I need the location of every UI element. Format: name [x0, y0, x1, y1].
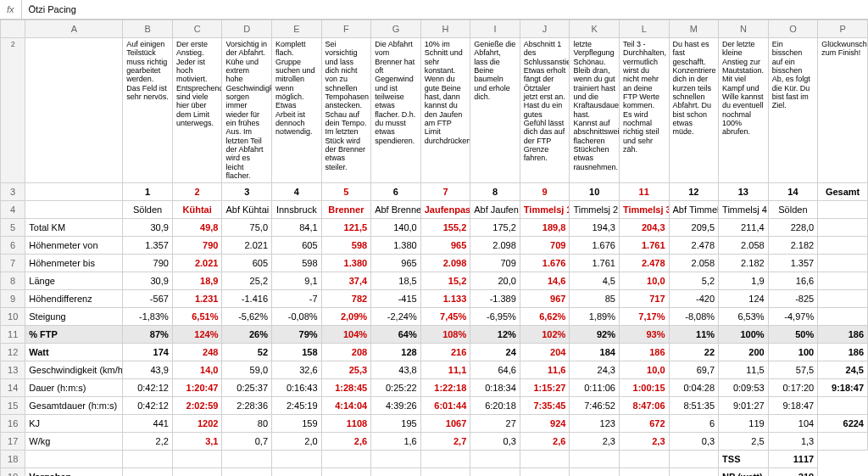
metric-value[interactable]: 140,0	[371, 218, 421, 236]
vorgaben-header[interactable]: Vorgaben	[25, 468, 123, 476]
metric-label[interactable]: Gesamtdauer (h:m:s)	[25, 396, 123, 414]
metric-label[interactable]: Total KM	[25, 218, 123, 236]
segment-number[interactable]: 9	[520, 182, 570, 200]
segment-description[interactable]: Ein bisschen auf ein bisschen Ab, es fol…	[768, 38, 818, 183]
metric-value[interactable]: -2,24%	[371, 307, 421, 325]
metric-value[interactable]: 2,0	[272, 432, 322, 450]
metric-value[interactable]: 598	[272, 254, 322, 272]
metric-value[interactable]: 6,53%	[719, 307, 769, 325]
metric-value[interactable]: 11,6	[520, 361, 570, 378]
cell[interactable]	[619, 468, 669, 476]
cell[interactable]	[570, 450, 620, 468]
col-header[interactable]: P	[818, 20, 868, 38]
metric-value[interactable]: 27	[470, 414, 520, 432]
metric-value[interactable]: 0:16:43	[272, 378, 322, 396]
metric-value[interactable]: 104%	[321, 325, 371, 343]
segment-name[interactable]: Timmelsj 3	[619, 200, 669, 218]
metric-value[interactable]: 7,17%	[619, 307, 669, 325]
metric-value[interactable]: -7	[272, 289, 322, 307]
metric-value[interactable]: 14,0	[172, 361, 222, 378]
metric-value[interactable]: 64,6	[470, 361, 520, 378]
metric-total[interactable]	[818, 432, 868, 450]
col-header[interactable]	[1, 20, 25, 38]
gesamt-header[interactable]: Gesamt	[818, 182, 868, 200]
metric-value[interactable]: 1.676	[570, 236, 620, 254]
col-header[interactable]: N	[719, 20, 769, 38]
metric-value[interactable]: 9:18:47	[768, 396, 818, 414]
row-header[interactable]: 12	[1, 343, 25, 361]
metric-value[interactable]: 92%	[570, 325, 620, 343]
metric-value[interactable]: 208	[321, 343, 371, 361]
metric-total[interactable]: 186	[818, 343, 868, 361]
metric-value[interactable]: 30,9	[123, 272, 173, 289]
segment-name[interactable]: Kühtai	[172, 200, 222, 218]
metric-value[interactable]: 441	[123, 414, 173, 432]
col-header[interactable]: H	[420, 20, 470, 38]
metric-value[interactable]: 2.478	[619, 254, 669, 272]
segment-number[interactable]: 2	[172, 182, 222, 200]
cell[interactable]	[371, 468, 421, 476]
segment-description[interactable]: Sei vorsichtig und lass dich nicht von z…	[321, 38, 371, 183]
metric-value[interactable]: 1,3	[768, 432, 818, 450]
metric-total[interactable]	[818, 254, 868, 272]
metric-value[interactable]: 119	[719, 414, 769, 432]
metric-value[interactable]: 717	[619, 289, 669, 307]
segment-description[interactable]: Vorsichtig in der Abfahrt. Kühe und extr…	[222, 38, 272, 183]
segment-description[interactable]: Du hast es fast geschafft. Konzentriere …	[669, 38, 719, 183]
row-header[interactable]: 7	[1, 254, 25, 272]
metric-value[interactable]: 2.182	[719, 254, 769, 272]
segment-name[interactable]: Timmelsj 2	[570, 200, 620, 218]
metric-value[interactable]: 2,7	[420, 432, 470, 450]
metric-value[interactable]: 5,2	[669, 272, 719, 289]
segment-name[interactable]: Abf Brenner	[371, 200, 421, 218]
metric-value[interactable]: 121,5	[321, 218, 371, 236]
metric-value[interactable]: 965	[420, 236, 470, 254]
metric-value[interactable]: 25,2	[222, 272, 272, 289]
metric-value[interactable]: 124	[719, 289, 769, 307]
metric-value[interactable]: 18,9	[172, 272, 222, 289]
metric-label[interactable]: Dauer (h:m:s)	[25, 378, 123, 396]
metric-value[interactable]: 100%	[719, 325, 769, 343]
metric-value[interactable]: 2,3	[619, 432, 669, 450]
metric-value[interactable]: 2,09%	[321, 307, 371, 325]
metric-value[interactable]: 0,3	[669, 432, 719, 450]
metric-value[interactable]: 2.058	[719, 236, 769, 254]
metric-label[interactable]: Watt	[25, 343, 123, 361]
metric-value[interactable]: 24,3	[570, 361, 620, 378]
segment-name[interactable]: Abf Jaufen	[470, 200, 520, 218]
metric-value[interactable]: 59,0	[222, 361, 272, 378]
metric-total[interactable]	[818, 396, 868, 414]
metric-value[interactable]: 8:47:06	[619, 396, 669, 414]
cell[interactable]	[520, 450, 570, 468]
metric-value[interactable]: 1202	[172, 414, 222, 432]
metric-value[interactable]: 1.380	[371, 236, 421, 254]
metric-value[interactable]: 7,45%	[420, 307, 470, 325]
metric-value[interactable]: 6:20:18	[470, 396, 520, 414]
segment-name[interactable]: Abf Kühtai	[222, 200, 272, 218]
metric-value[interactable]: 3,1	[172, 432, 222, 450]
tss-value[interactable]: 1117	[768, 450, 818, 468]
metric-value[interactable]: 6,62%	[520, 307, 570, 325]
metric-value[interactable]: 194,3	[570, 218, 620, 236]
metric-value[interactable]: 209,5	[669, 218, 719, 236]
metric-value[interactable]: 0:04:28	[669, 378, 719, 396]
metric-total[interactable]	[818, 236, 868, 254]
metric-value[interactable]: 6:01:44	[420, 396, 470, 414]
cell[interactable]	[470, 450, 520, 468]
metric-value[interactable]: 184	[570, 343, 620, 361]
segment-description[interactable]: Abschnitt 1 des Schlussanstiegs. Etwas e…	[520, 38, 570, 183]
metric-value[interactable]: 2.182	[768, 236, 818, 254]
metric-value[interactable]: 2.021	[172, 254, 222, 272]
cell[interactable]	[172, 450, 222, 468]
metric-value[interactable]: -8,08%	[669, 307, 719, 325]
row-header[interactable]: 5	[1, 218, 25, 236]
metric-value[interactable]: 87%	[123, 325, 173, 343]
col-header[interactable]: L	[619, 20, 669, 38]
np-value[interactable]: 219	[768, 468, 818, 476]
row-header[interactable]: 16	[1, 414, 25, 432]
segment-name[interactable]: Sölden	[768, 200, 818, 218]
col-header[interactable]: B	[123, 20, 173, 38]
row-header[interactable]: 4	[1, 200, 25, 218]
metric-value[interactable]: 11,5	[719, 361, 769, 378]
metric-value[interactable]: 1.676	[520, 254, 570, 272]
